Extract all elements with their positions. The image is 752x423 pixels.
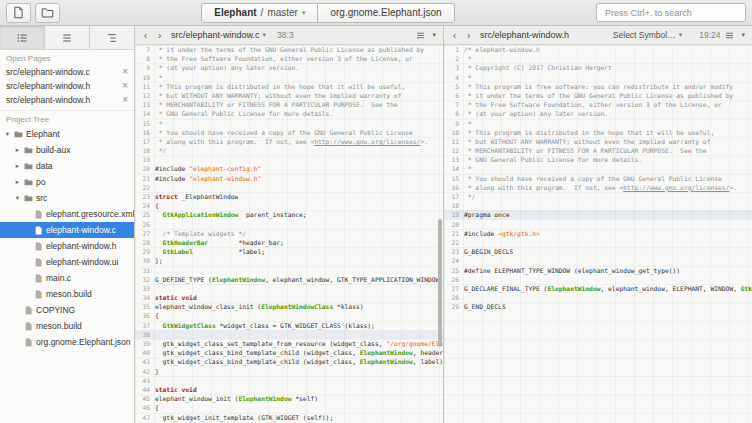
document-title[interactable]: src/elephant-window.h — [480, 30, 569, 40]
code-line-21[interactable]: 21#include "elephant-window.h" — [135, 174, 443, 183]
open-page-item[interactable]: src/elephant-window.h× — [0, 79, 134, 93]
document-title[interactable]: src/elephant-window.c — [171, 30, 260, 40]
code-line-27[interactable]: 27G_DECLARE_FINAL_TYPE (ElephantWindow, … — [444, 284, 752, 293]
tree-item-build-aux[interactable]: ▸build-aux — [0, 142, 134, 158]
code-editor-window-h[interactable]: 1/* elephant-window.h2 *3 * Copyright (C… — [444, 45, 752, 423]
search-input[interactable] — [596, 3, 746, 22]
tree-item-po[interactable]: ▸po — [0, 174, 134, 190]
code-line-14[interactable]: 14 * GNU General Public License for more… — [135, 109, 443, 118]
code-line-23[interactable]: 23G_BEGIN_DECLS — [444, 247, 752, 256]
code-line-27[interactable]: 27 /* Template widgets */ — [135, 229, 443, 238]
code-line-33[interactable]: 33 — [135, 284, 443, 293]
code-line-24[interactable]: 24{ — [135, 201, 443, 210]
tree-view-button[interactable] — [90, 26, 134, 49]
code-line-3[interactable]: 3 * Copyright (C) 2017 Christian Hergert — [444, 63, 752, 72]
code-line-17[interactable]: 17 * along with this program. If not, se… — [135, 137, 443, 146]
code-line-13[interactable]: 13 * GNU General Public License for more… — [444, 155, 752, 164]
tree-item-elephant-window-ui[interactable]: elephant-window.ui — [0, 254, 134, 270]
pane-menu-button[interactable]: ▾ — [430, 31, 438, 39]
code-line-30[interactable]: 30}; — [135, 256, 443, 265]
list-view-button[interactable] — [45, 26, 90, 49]
tree-item-elephant-gresource-xml[interactable]: elephant.gresource.xml — [0, 206, 134, 222]
code-line-8[interactable]: 8 * the Free Software Foundation, either… — [135, 54, 443, 63]
tree-item-main-c[interactable]: main.c — [0, 270, 134, 286]
code-line-34[interactable]: 34static void — [135, 293, 443, 302]
expander-icon[interactable]: ▾ — [14, 194, 21, 202]
code-line-12[interactable]: 12 * MERCHANTABILITY or FITNESS FOR A PA… — [444, 146, 752, 155]
build-config-button[interactable]: org.gnome.Elephant.json — [317, 3, 454, 23]
code-line-40[interactable]: 40 gtk_widget_class_bind_template_child … — [135, 348, 443, 357]
code-line-41[interactable]: 41 gtk_widget_class_bind_template_child … — [135, 357, 443, 366]
code-line-1[interactable]: 1/* elephant-window.h — [444, 45, 752, 54]
close-icon[interactable]: × — [118, 81, 128, 91]
code-line-31[interactable]: 31 — [135, 266, 443, 275]
code-line-20[interactable]: 20#include "elephant-config.h" — [135, 164, 443, 173]
code-line-26[interactable]: 26 — [135, 220, 443, 229]
code-line-13[interactable]: 13 * MERCHANTABILITY or FITNESS FOR A PA… — [135, 100, 443, 109]
code-line-14[interactable]: 14 * — [444, 164, 752, 173]
code-line-16[interactable]: 16 * along with this program. If not, se… — [444, 183, 752, 192]
open-page-item[interactable]: src/elephant-window.c× — [0, 65, 134, 79]
code-line-15[interactable]: 15 * — [135, 119, 443, 128]
select-symbol-button[interactable]: Select Symbol… ▾ — [613, 30, 682, 40]
scrollbar-thumb[interactable] — [438, 219, 442, 348]
expander-icon[interactable]: ▾ — [4, 130, 11, 138]
expander-icon[interactable]: ▸ — [14, 162, 21, 170]
code-line-19[interactable]: 19 — [135, 155, 443, 164]
code-line-28[interactable]: 28 — [444, 293, 752, 302]
close-icon[interactable]: × — [118, 67, 128, 77]
project-branch-button[interactable]: Elephant / master ▾ — [201, 3, 318, 23]
code-line-7[interactable]: 7 * it under the terms of the GNU Genera… — [135, 45, 443, 54]
code-line-22[interactable]: 22 — [444, 238, 752, 247]
code-line-10[interactable]: 10 * This program is distributed in the … — [444, 128, 752, 137]
tree-item-copying[interactable]: COPYING — [0, 302, 134, 318]
code-line-37[interactable]: 37 GtkWidgetClass *widget_class = GTK_WI… — [135, 321, 443, 330]
code-line-8[interactable]: 8 * (at your option) any later version. — [444, 109, 752, 118]
code-line-9[interactable]: 9 * (at your option) any later version. — [135, 63, 443, 72]
code-line-29[interactable]: 29G_END_DECLS — [444, 302, 752, 311]
tree-item-data[interactable]: ▸data — [0, 158, 134, 174]
code-line-25[interactable]: 25 GtkApplicationWindow parent_instance; — [135, 210, 443, 219]
code-line-16[interactable]: 16 * You should have received a copy of … — [135, 128, 443, 137]
code-line-44[interactable]: 44static void — [135, 385, 443, 394]
code-line-11[interactable]: 11 * but WITHOUT ANY WARRANTY; without e… — [444, 137, 752, 146]
code-line-26[interactable]: 26 — [444, 275, 752, 284]
code-line-22[interactable]: 22 — [135, 183, 443, 192]
expander-icon[interactable]: ▸ — [14, 146, 21, 154]
close-icon[interactable]: × — [118, 95, 128, 105]
code-line-11[interactable]: 11 * This program is distributed in the … — [135, 82, 443, 91]
tree-item-elephant-window-c[interactable]: elephant-window.c — [0, 222, 134, 238]
code-line-2[interactable]: 2 * — [444, 54, 752, 63]
code-line-35[interactable]: 35elephant_window_class_init (ElephantWi… — [135, 302, 443, 311]
tree-item-meson-build[interactable]: meson.build — [0, 318, 134, 334]
code-line-9[interactable]: 9 * — [444, 119, 752, 128]
code-line-42[interactable]: 42} — [135, 367, 443, 376]
scrollbar[interactable] — [437, 45, 443, 423]
code-line-21[interactable]: 21#include <gtk/gtk.h> — [444, 229, 752, 238]
expander-icon[interactable]: ▸ — [14, 178, 21, 186]
code-line-25[interactable]: 25#define ELEPHANT_TYPE_WINDOW (elephant… — [444, 266, 752, 275]
code-line-46[interactable]: 46{ — [135, 403, 443, 412]
code-line-39[interactable]: 39 gtk_widget_class_set_template_from_re… — [135, 339, 443, 348]
forward-button[interactable]: › — [154, 30, 165, 41]
code-line-38[interactable]: 38 — [135, 330, 443, 339]
code-line-45[interactable]: 45elephant_window_init (ElephantWindow *… — [135, 394, 443, 403]
tree-item-elephant[interactable]: ▾Elephant — [0, 126, 134, 142]
code-line-18[interactable]: 18 */ — [135, 146, 443, 155]
tree-item-org-gnome-elephant-json[interactable]: org.gnome.Elephant.json — [0, 334, 134, 350]
code-line-18[interactable]: 18 — [444, 201, 752, 210]
code-line-29[interactable]: 29 GtkLabel *label; — [135, 247, 443, 256]
code-line-28[interactable]: 28 GtkHeaderBar *header_bar; — [135, 238, 443, 247]
code-line-10[interactable]: 10 * — [135, 73, 443, 82]
open-pages-popover-button[interactable] — [414, 31, 427, 40]
tree-item-src[interactable]: ▾src — [0, 190, 134, 206]
pane-menu-button[interactable]: ▾ — [739, 31, 747, 39]
back-button[interactable]: ‹ — [140, 30, 151, 41]
code-line-4[interactable]: 4 * — [444, 73, 752, 82]
open-document-button[interactable] — [35, 3, 60, 23]
back-button[interactable]: ‹ — [449, 30, 460, 41]
code-line-5[interactable]: 5 * This program is free software: you c… — [444, 82, 752, 91]
new-document-button[interactable] — [6, 3, 31, 23]
code-editor-window-c[interactable]: 7 * it under the terms of the GNU Genera… — [135, 45, 443, 423]
code-line-32[interactable]: 32G_DEFINE_TYPE (ElephantWindow, elephan… — [135, 275, 443, 284]
